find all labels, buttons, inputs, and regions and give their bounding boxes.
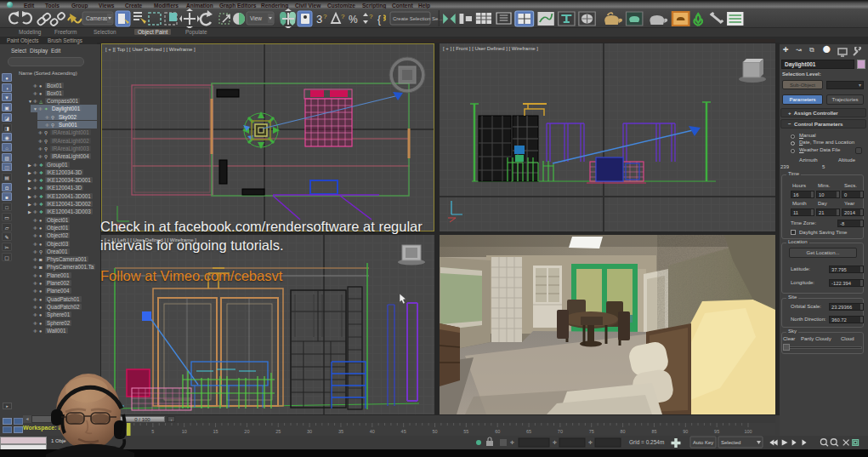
svg-text:10: 10	[182, 429, 187, 434]
svg-text:90: 90	[683, 429, 688, 434]
svg-text:3: 3	[316, 13, 322, 26]
svg-text:Cameras: Cameras	[86, 15, 109, 21]
svg-text:95: 95	[714, 429, 719, 434]
svg-text:80: 80	[621, 429, 626, 434]
svg-text:100: 100	[744, 429, 752, 434]
svg-text:Grid = 0.254m: Grid = 0.254m	[629, 439, 664, 445]
svg-text:Auto Key: Auto Key	[693, 440, 713, 445]
svg-text:{: {	[377, 14, 381, 26]
svg-text:30: 30	[307, 429, 312, 434]
svg-text:Create Selection Se...: Create Selection Se...	[393, 16, 443, 21]
svg-text:Selected: Selected	[721, 440, 740, 445]
svg-text:25: 25	[275, 429, 281, 434]
svg-text:✛: ✛	[510, 440, 514, 445]
svg-text:%: %	[349, 14, 358, 26]
svg-text:?: ?	[369, 13, 373, 20]
svg-text:?: ?	[323, 13, 327, 20]
svg-text:35: 35	[338, 429, 343, 434]
svg-text:60: 60	[495, 429, 500, 434]
svg-text:?: ?	[341, 13, 345, 20]
svg-text:55: 55	[463, 429, 468, 434]
svg-text:✛: ✛	[553, 440, 557, 445]
svg-text:45: 45	[401, 429, 406, 434]
svg-text:70: 70	[558, 429, 563, 434]
svg-text:20: 20	[244, 429, 249, 434]
svg-text:75: 75	[589, 429, 594, 434]
svg-text:View: View	[250, 15, 262, 21]
svg-text:40: 40	[370, 429, 375, 434]
svg-text:✛: ✛	[588, 440, 593, 445]
svg-text:85: 85	[651, 429, 656, 434]
svg-text:5: 5	[151, 429, 154, 434]
svg-text:50: 50	[432, 429, 437, 434]
svg-text:65: 65	[526, 429, 531, 434]
svg-text:15: 15	[213, 429, 218, 434]
